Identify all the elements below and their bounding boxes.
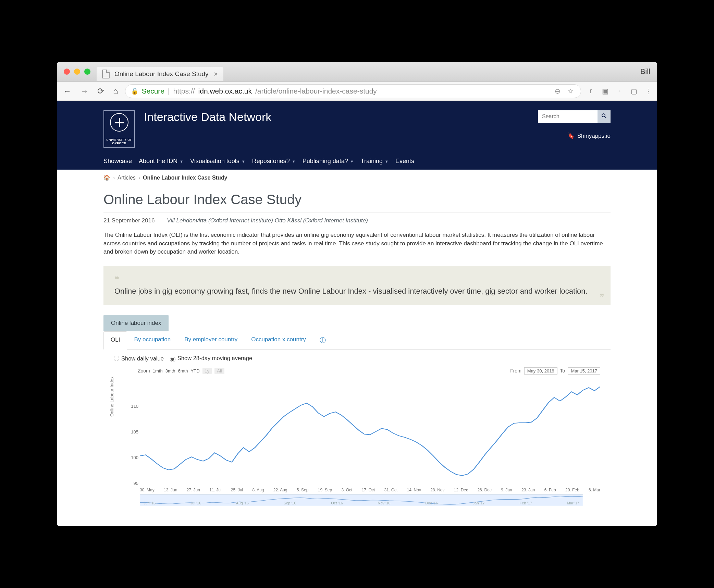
radio-daily[interactable]: Show daily value bbox=[114, 355, 164, 362]
home-button[interactable]: ⌂ bbox=[111, 84, 120, 98]
tab-title: Online Labour Index Case Study bbox=[114, 70, 209, 78]
chart-radio-controls: Show daily value Show 28-day moving aver… bbox=[103, 350, 611, 365]
search-input[interactable] bbox=[538, 110, 598, 123]
browser-tab[interactable]: Online Labour Index Case Study ✕ bbox=[97, 67, 223, 81]
oxford-crest-logo[interactable]: UNIVERSITY OFOXFORD bbox=[103, 110, 135, 148]
chart-plot[interactable] bbox=[140, 379, 600, 483]
secure-label: Secure bbox=[142, 87, 165, 95]
pull-quote: ❝ Online jobs in gig economy growing fas… bbox=[103, 266, 611, 305]
breadcrumb-articles[interactable]: Articles bbox=[118, 175, 135, 181]
window-controls bbox=[57, 69, 97, 75]
lock-icon: 🔒 bbox=[131, 87, 138, 95]
nav-events[interactable]: Events bbox=[395, 158, 414, 165]
window-titlebar: Online Labour Index Case Study ✕ Bill bbox=[57, 62, 657, 82]
zoom-6mth[interactable]: 6mth bbox=[178, 368, 188, 373]
tab-occupation-x-country[interactable]: Occupation x country bbox=[244, 331, 313, 349]
zoom-1y[interactable]: 1y bbox=[202, 368, 212, 374]
viz-master-tab[interactable]: Online labour index bbox=[103, 315, 169, 331]
nav-repositories[interactable]: Repositories?▼ bbox=[252, 158, 296, 165]
range-from-input[interactable]: May 30, 2016 bbox=[524, 367, 557, 375]
article-authors: Vili Lehdonvirta (Oxford Internet Instit… bbox=[167, 217, 368, 224]
y-axis-label: Online Labour Index bbox=[109, 377, 114, 417]
chevron-down-icon: ▼ bbox=[242, 159, 245, 163]
shinyapps-link[interactable]: 🔖 Shinyapps.io bbox=[567, 132, 611, 139]
chevron-down-icon: ▼ bbox=[292, 159, 296, 163]
quote-text: Online jobs in gig economy growing fast,… bbox=[114, 287, 600, 296]
nav-showcase[interactable]: Showcase bbox=[103, 158, 132, 165]
minimize-window-button[interactable] bbox=[74, 69, 80, 75]
maximize-window-button[interactable] bbox=[84, 69, 90, 75]
zoom-ytd[interactable]: YTD bbox=[191, 368, 200, 373]
reload-button[interactable]: ⟳ bbox=[95, 84, 106, 98]
tab-info-icon[interactable]: ⓘ bbox=[313, 331, 333, 349]
chevron-down-icon: ▼ bbox=[180, 159, 183, 163]
chart-navigator[interactable]: Jun '16Jul '16Aug '16Sep '16Oct '16Nov '… bbox=[140, 494, 583, 506]
chrome-profile-name[interactable]: Bill bbox=[640, 67, 657, 76]
range-to-input[interactable]: Mar 15, 2017 bbox=[568, 367, 600, 375]
forward-button: → bbox=[78, 84, 90, 98]
svg-point-0 bbox=[602, 114, 605, 117]
back-button[interactable]: ← bbox=[61, 84, 73, 98]
zoom-all[interactable]: All bbox=[214, 368, 224, 374]
nav-about-idn[interactable]: About the IDN▼ bbox=[139, 158, 183, 165]
radio-28day[interactable]: Show 28-day moving average bbox=[170, 355, 252, 362]
viz-tabs: OLI By occupation By employer country Oc… bbox=[103, 331, 611, 350]
article-date: 21 September 2016 bbox=[103, 217, 155, 224]
range-from-label: From bbox=[510, 368, 521, 373]
chrome-menu-icon[interactable]: ⋮ bbox=[643, 86, 653, 97]
svg-line-1 bbox=[605, 117, 606, 118]
extension-square-icon[interactable]: ▢ bbox=[629, 86, 639, 97]
nav-training[interactable]: Training▼ bbox=[361, 158, 389, 165]
url-domain: idn.web.ox.ac.uk bbox=[198, 87, 252, 95]
url-path: /article/online-labour-index-case-study bbox=[255, 87, 377, 95]
range-to-label: To bbox=[560, 368, 565, 373]
chart-zoom-toolbar: Zoom 1mth 3mth 6mth YTD 1y All From May … bbox=[103, 365, 611, 376]
extension-dim-icon[interactable]: ◦ bbox=[615, 86, 624, 96]
tab-oli[interactable]: OLI bbox=[103, 331, 127, 350]
search-icon bbox=[601, 113, 607, 119]
y-axis-ticks: 95100105110 bbox=[127, 376, 140, 492]
page-favicon-icon bbox=[102, 70, 110, 78]
tab-by-occupation[interactable]: By occupation bbox=[127, 331, 177, 349]
zoom-icon[interactable]: ⊖ bbox=[553, 86, 562, 97]
site-title[interactable]: Interactive Data Network bbox=[144, 110, 271, 124]
search-button[interactable] bbox=[598, 110, 611, 123]
extension-box-icon[interactable]: ▣ bbox=[600, 86, 610, 97]
browser-toolbar: ← → ⟳ ⌂ 🔒 Secure | https://idn.web.ox.ac… bbox=[57, 82, 657, 101]
article-intro: The Online Labour Index (OLI) is the fir… bbox=[103, 231, 611, 256]
article-meta: 21 September 2016 Vili Lehdonvirta (Oxfo… bbox=[103, 212, 611, 224]
quote-close-icon: ❞ bbox=[600, 292, 604, 303]
site-search bbox=[538, 110, 611, 123]
page-title: Online Labour Index Case Study bbox=[103, 192, 611, 207]
breadcrumb-current: Online Labour Index Case Study bbox=[143, 175, 227, 181]
chart-area: Online Labour Index 95100105110 30. May1… bbox=[121, 376, 600, 492]
tab-by-employer-country[interactable]: By employer country bbox=[177, 331, 244, 349]
bookmark-icon: 🔖 bbox=[567, 132, 575, 139]
chevron-down-icon: ▼ bbox=[350, 159, 354, 163]
nav-visualisation-tools[interactable]: Visualisation tools▼ bbox=[190, 158, 245, 165]
zoom-3mth[interactable]: 3mth bbox=[165, 368, 175, 373]
close-tab-icon[interactable]: ✕ bbox=[213, 71, 218, 77]
breadcrumb-home-icon[interactable]: 🏠 bbox=[103, 174, 110, 181]
main-navigation: Showcase About the IDN▼ Visualisation to… bbox=[103, 158, 611, 170]
address-bar[interactable]: 🔒 Secure | https://idn.web.ox.ac.uk/arti… bbox=[125, 84, 581, 98]
chevron-down-icon: ▼ bbox=[385, 159, 389, 163]
extension-r-icon[interactable]: r bbox=[586, 86, 595, 96]
bookmark-star-icon[interactable]: ☆ bbox=[566, 86, 575, 97]
zoom-1mth[interactable]: 1mth bbox=[153, 368, 163, 373]
x-axis-ticks: 30. May13. Jun27. Jun11. Jul25. Jul8. Au… bbox=[140, 488, 600, 492]
site-header: UNIVERSITY OFOXFORD Interactive Data Net… bbox=[57, 101, 657, 170]
nav-publishing-data[interactable]: Publishing data?▼ bbox=[303, 158, 354, 165]
quote-open-icon: ❝ bbox=[114, 274, 600, 285]
zoom-label: Zoom bbox=[138, 368, 150, 373]
url-scheme: https:// bbox=[173, 87, 195, 95]
close-window-button[interactable] bbox=[64, 69, 70, 75]
breadcrumb: 🏠 › Articles › Online Labour Index Case … bbox=[103, 170, 611, 186]
